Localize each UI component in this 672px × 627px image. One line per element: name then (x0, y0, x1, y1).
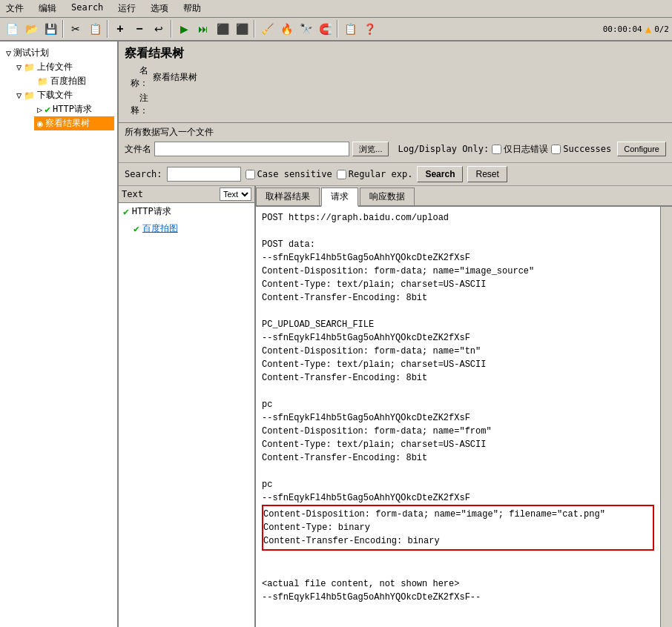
tb-new[interactable]: 📄 (3, 20, 21, 38)
filename-input[interactable] (154, 142, 349, 156)
menu-bar: 文件 编辑 Search 运行 选项 帮助 (0, 0, 672, 18)
tb-magnet[interactable]: 🧲 (316, 20, 334, 38)
menu-edit[interactable]: 编辑 (36, 1, 59, 16)
menu-options[interactable]: 选项 (148, 1, 171, 16)
content-area: Text Text ✔ HTTP请求 ✔ 百度拍图 取样器结果 (119, 186, 672, 627)
tree-item-http[interactable]: ▷ ✔ HTTP请求 (34, 102, 114, 116)
search-input[interactable] (167, 167, 241, 182)
tb-sep2 (107, 20, 108, 38)
content-http-label: HTTP请求 (132, 205, 171, 218)
options-row: 所有数据写入一个文件 文件名 浏览... Log/Display Only: 仅… (119, 123, 672, 163)
tree-root[interactable]: ▽ 测试计划 (3, 46, 114, 60)
tb-sep1 (62, 20, 64, 38)
successes-checkbox-label: Successes (551, 144, 611, 154)
tab-sampler-result[interactable]: 取样器结果 (256, 188, 320, 205)
regex-label: Regular exp. (337, 169, 413, 179)
main-container: ▽ 测试计划 ▽ 📁 上传文件 📁 百度拍图 ▽ 📁 (0, 42, 672, 627)
timer-display: 00:00:04 ▲ 0/2 (603, 23, 669, 35)
content-tree: Text Text ✔ HTTP请求 ✔ 百度拍图 (119, 186, 256, 627)
result-label: 察看结果树 (45, 117, 90, 130)
tree-item-baidu[interactable]: 📁 百度拍图 (34, 74, 114, 88)
menu-search[interactable]: Search (68, 1, 106, 16)
right-panel: 察看结果树 名称： 察看结果树 注释： 所有数据写入一个文件 文件名 浏览...… (119, 42, 672, 627)
content-tree-baidu[interactable]: ✔ 百度拍图 (119, 220, 254, 237)
tb-remove[interactable]: − (131, 20, 148, 38)
name-value: 察看结果树 (153, 71, 197, 84)
expand-http: ▷ (37, 104, 42, 115)
errors-checkbox-label: 仅日志错误 (492, 143, 548, 156)
case-sensitive-label: Case sensitive (246, 169, 332, 179)
tb-stop-all[interactable]: ⬛ (233, 20, 251, 38)
menu-help[interactable]: 帮助 (180, 1, 204, 16)
successes-checkbox[interactable] (551, 145, 561, 154)
search-bar: Search: Case sensitive Regular exp. Sear… (119, 163, 672, 186)
tree-item-result[interactable]: ◉ 察看结果树 (34, 116, 114, 130)
expand-upload: ▽ (16, 62, 22, 73)
tb-stop[interactable]: ⬛ (214, 20, 231, 38)
comment-label: 注释： (125, 92, 148, 117)
folder-icon-baidu: 📁 (37, 76, 48, 87)
write-label: 所有数据写入一个文件 (125, 126, 666, 139)
content-tree-header: Text Text (119, 186, 254, 203)
tb-open[interactable]: 📂 (22, 20, 40, 38)
tb-list[interactable]: 📋 (341, 20, 359, 38)
content-tree-select[interactable]: Text (220, 188, 251, 201)
tb-play-all[interactable]: ⏭ (194, 20, 212, 38)
successes-label: Successes (563, 144, 611, 154)
case-sensitive-text: Case sensitive (257, 169, 332, 179)
search-button[interactable]: Search (417, 166, 463, 182)
log-display-label: Log/Display Only: (398, 144, 489, 154)
tb-cut[interactable]: ✂ (67, 20, 85, 38)
tb-binoculars[interactable]: 🔭 (297, 20, 314, 38)
tree-item-download[interactable]: ▽ 📁 下载文件 (13, 88, 114, 102)
menu-file[interactable]: 文件 (3, 1, 27, 16)
errors-label: 仅日志错误 (504, 143, 548, 156)
content-tree-label: Text (122, 189, 143, 199)
tb-broom[interactable]: 🧹 (258, 20, 276, 38)
tree-expander-root: ▽ (6, 48, 11, 59)
tb-add[interactable]: + (111, 20, 129, 38)
tb-help[interactable]: ❓ (360, 20, 378, 38)
tb-play[interactable]: ▶ (175, 20, 193, 38)
reset-button[interactable]: Reset (467, 166, 507, 182)
result-icon: ◉ (37, 118, 43, 129)
configure-button[interactable]: Configure (617, 142, 666, 156)
http-label: HTTP请求 (53, 103, 92, 116)
comment-row: 注释： (125, 92, 666, 117)
tb-save[interactable]: 💾 (42, 20, 59, 38)
search-label: Search: (125, 169, 162, 179)
timer-value: 00:00:04 (603, 24, 642, 34)
content-baidu-icon: ✔ (134, 223, 139, 234)
folder-icon-download: 📁 (24, 90, 35, 101)
tb-back[interactable]: ↩ (150, 20, 168, 38)
content-tree-http[interactable]: ✔ HTTP请求 (119, 203, 254, 220)
regex-text: Regular exp. (349, 169, 413, 179)
tb-sep5 (337, 20, 338, 38)
errors-checkbox[interactable] (492, 145, 501, 154)
expand-download: ▽ (16, 90, 22, 101)
browse-button[interactable]: 浏览... (352, 142, 389, 156)
count-display: 0/2 (654, 24, 669, 34)
tb-copy[interactable]: 📋 (86, 20, 104, 38)
scrollbar[interactable] (660, 207, 672, 627)
tab-response-data[interactable]: 响应数据 (360, 188, 415, 205)
tb-sep4 (254, 20, 255, 38)
download-label: 下载文件 (37, 89, 73, 102)
content-http-icon: ✔ (123, 206, 129, 217)
http-icon: ✔ (45, 104, 50, 115)
content-baidu-label: 百度拍图 (142, 222, 178, 235)
folder-icon-upload: 📁 (24, 62, 35, 73)
tb-flame[interactable]: 🔥 (277, 20, 295, 38)
case-sensitive-checkbox[interactable] (246, 170, 255, 179)
menu-run[interactable]: 运行 (115, 1, 139, 16)
tree-root-label: 测试计划 (13, 47, 49, 59)
regex-checkbox[interactable] (337, 170, 346, 179)
file-row: 文件名 浏览... Log/Display Only: 仅日志错误 Succes… (125, 142, 666, 156)
left-tree-panel: ▽ 测试计划 ▽ 📁 上传文件 📁 百度拍图 ▽ 📁 (0, 42, 119, 627)
tree-item-upload[interactable]: ▽ 📁 上传文件 (13, 60, 114, 74)
request-content[interactable]: POST https://graph.baidu.com/upload POST… (256, 207, 660, 627)
panel-title: 察看结果树 (125, 46, 666, 62)
tabs-panel: 取样器结果 请求 响应数据 POST https://graph.baidu.c… (256, 186, 672, 627)
tab-request[interactable]: 请求 (321, 188, 358, 207)
name-row: 名称： 察看结果树 (125, 64, 666, 90)
